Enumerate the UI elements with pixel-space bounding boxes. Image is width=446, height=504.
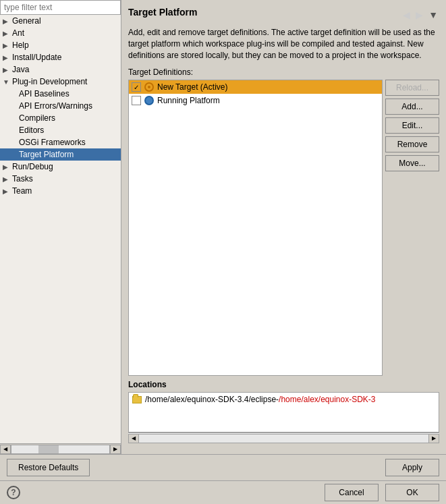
- sidebar-scroll-right[interactable]: ▶: [110, 445, 121, 454]
- target-item-label: New Target (Active): [157, 82, 227, 92]
- button-group: Reload... Add... Edit... Remove Move...: [385, 80, 439, 376]
- sidebar-item-label: Install/Update: [12, 53, 118, 62]
- footer-bar: ? Cancel OK: [0, 480, 446, 504]
- help-icon[interactable]: ?: [7, 486, 20, 499]
- sidebar-item-label: Java: [12, 65, 118, 74]
- sidebar-item-target-platform[interactable]: Target Platform: [0, 148, 121, 161]
- target-list-item-new-target[interactable]: ✓ New Target (Active): [129, 80, 382, 94]
- sidebar-item-team[interactable]: ▶ Team: [0, 185, 121, 197]
- locations-list: /home/alex/equinox-SDK-3.4/eclipse - /ho…: [128, 392, 439, 432]
- main-panel-header: Target Platform ◀ ▶ ▼: [128, 7, 439, 23]
- sidebar-item-label: Help: [12, 40, 118, 50]
- sidebar-item-install-update[interactable]: ▶ Install/Update: [0, 51, 121, 63]
- move-button[interactable]: Move...: [385, 155, 439, 171]
- sidebar-item-run-debug[interactable]: ▶ Run/Debug: [0, 161, 121, 173]
- content-area: ▶ General ▶ Ant ▶ Help ▶ Install/Update: [0, 0, 446, 454]
- sidebar-item-tasks[interactable]: ▶ Tasks: [0, 173, 121, 185]
- sidebar-item-general[interactable]: ▶ General: [0, 15, 121, 27]
- ok-button[interactable]: OK: [385, 484, 439, 501]
- sidebar-item-label: Team: [12, 186, 118, 196]
- expand-arrow-general: ▶: [3, 18, 12, 25]
- location-path-black: /home/alex/equinox-SDK-3.4/eclipse: [145, 395, 276, 404]
- sidebar-item-label: Ant: [12, 28, 118, 38]
- locations-section: Locations /home/alex/equinox-SDK-3.4/ecl…: [128, 380, 439, 443]
- restore-defaults-button[interactable]: Restore Defaults: [7, 459, 90, 476]
- sidebar-item-label: Editors: [19, 125, 118, 135]
- scroll-left-button[interactable]: ◀: [128, 434, 139, 443]
- remove-button[interactable]: Remove: [385, 136, 439, 152]
- sidebar-item-label: API Errors/Warnings: [19, 101, 118, 111]
- panel-description: Add, edit and remove target definitions.…: [128, 27, 439, 61]
- filter-input[interactable]: [0, 0, 121, 15]
- target-icon-new-target: [144, 82, 155, 92]
- expand-arrow-java: ▶: [3, 66, 12, 74]
- page-title: Target Platform: [128, 7, 197, 18]
- sidebar-item-help[interactable]: ▶ Help: [0, 39, 121, 51]
- target-section: ✓ New Target (Active) Running Platform: [128, 80, 439, 376]
- target-list-container[interactable]: ✓ New Target (Active) Running Platform: [128, 80, 383, 376]
- cancel-button[interactable]: Cancel: [325, 484, 379, 501]
- sidebar-item-api-baselines[interactable]: API Baselines: [0, 88, 121, 100]
- expand-arrow-run-debug: ▶: [3, 163, 12, 171]
- sidebar-scrollbar-track: [11, 445, 110, 454]
- section-label: Target Definitions:: [128, 67, 439, 77]
- main-panel: Target Platform ◀ ▶ ▼ Add, edit and remo…: [121, 0, 446, 454]
- expand-arrow-team: ▶: [3, 188, 12, 195]
- sidebar-item-label: General: [12, 16, 118, 26]
- edit-button[interactable]: Edit...: [385, 117, 439, 134]
- sidebar-item-ant[interactable]: ▶ Ant: [0, 27, 121, 39]
- sidebar-item-label: Run/Debug: [12, 162, 118, 171]
- tree-area: ▶ General ▶ Ant ▶ Help ▶ Install/Update: [0, 15, 121, 443]
- sidebar-item-editors[interactable]: Editors: [0, 124, 121, 136]
- sidebar: ▶ General ▶ Ant ▶ Help ▶ Install/Update: [0, 0, 121, 454]
- target-icon-running-platform: [144, 95, 155, 106]
- scroll-track: [139, 434, 428, 443]
- sidebar-item-label: Compilers: [19, 113, 118, 123]
- expand-arrow-install-update: ▶: [3, 54, 12, 61]
- sidebar-scrollbar-thumb[interactable]: [38, 445, 59, 453]
- sidebar-item-api-errors[interactable]: API Errors/Warnings: [0, 100, 121, 112]
- locations-empty: [129, 406, 439, 432]
- folder-icon: [132, 394, 142, 405]
- nav-menu-button[interactable]: ▼: [427, 9, 439, 20]
- item-checkbox-new-target[interactable]: ✓: [132, 82, 141, 92]
- bottom-buttons: Restore Defaults Apply: [0, 454, 446, 480]
- location-path-red: /home/alex/equinox-SDK-3: [279, 395, 375, 404]
- sidebar-scrollbar: ◀ ▶: [0, 443, 121, 454]
- target-item-label: Running Platform: [157, 96, 220, 105]
- sidebar-item-plugin-development[interactable]: ▼ Plug-in Development: [0, 76, 121, 88]
- locations-label: Locations: [128, 380, 439, 389]
- sidebar-item-label: Plug-in Development: [12, 77, 118, 86]
- sidebar-item-label: Tasks: [12, 174, 118, 184]
- item-checkbox-running-platform[interactable]: [132, 96, 141, 105]
- sidebar-item-label: OSGi Frameworks: [19, 138, 118, 147]
- scroll-right-button[interactable]: ▶: [428, 434, 439, 443]
- nav-forward-button[interactable]: ▶: [414, 9, 424, 20]
- reload-button[interactable]: Reload...: [385, 80, 439, 96]
- apply-button[interactable]: Apply: [385, 459, 439, 476]
- sidebar-item-label: Target Platform: [19, 150, 118, 159]
- expand-arrow-plugin-development: ▼: [3, 78, 12, 86]
- main-panel-nav: ◀ ▶ ▼: [401, 9, 439, 20]
- add-button[interactable]: Add...: [385, 99, 439, 115]
- expand-arrow-help: ▶: [3, 42, 12, 49]
- sidebar-scroll-left[interactable]: ◀: [0, 445, 11, 454]
- target-list-item-running-platform[interactable]: Running Platform: [129, 94, 382, 107]
- expand-arrow-tasks: ▶: [3, 175, 12, 183]
- location-item: /home/alex/equinox-SDK-3.4/eclipse - /ho…: [129, 393, 439, 406]
- sidebar-item-java[interactable]: ▶ Java: [0, 63, 121, 76]
- sidebar-item-compilers[interactable]: Compilers: [0, 112, 121, 124]
- sidebar-item-label: API Baselines: [19, 89, 118, 99]
- locations-scrollbar: ◀ ▶: [128, 432, 439, 443]
- expand-arrow-ant: ▶: [3, 30, 12, 37]
- sidebar-item-osgi-frameworks[interactable]: OSGi Frameworks: [0, 136, 121, 148]
- nav-back-button[interactable]: ◀: [401, 9, 412, 20]
- dialog-container: ▶ General ▶ Ant ▶ Help ▶ Install/Update: [0, 0, 446, 504]
